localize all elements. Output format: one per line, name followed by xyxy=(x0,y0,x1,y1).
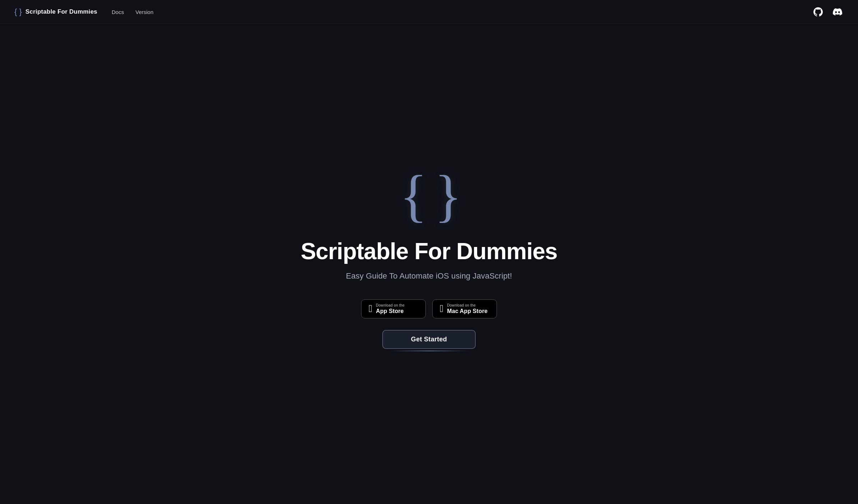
mac-store-small-text: Download on the xyxy=(447,303,476,308)
app-store-small-text: Download on the xyxy=(376,303,405,308)
bottom-line-decoration xyxy=(389,350,469,351)
nav-link-docs[interactable]: Docs xyxy=(112,9,124,15)
mac-store-text: Download on the Mac App Store xyxy=(447,303,488,314)
apple-icon:  xyxy=(369,304,372,314)
nav-links: Docs Version xyxy=(112,9,812,15)
discord-icon xyxy=(833,7,842,17)
nav-logo-link[interactable]: { } Scriptable For Dummies xyxy=(14,8,97,16)
hero-title: Scriptable For Dummies xyxy=(301,239,557,264)
nav-logo-icon: { } xyxy=(14,8,22,16)
hero-section: { } Scriptable For Dummies Easy Guide To… xyxy=(0,0,858,504)
curly-braces-icon: { } xyxy=(400,167,458,224)
github-icon xyxy=(813,7,823,17)
mac-store-button[interactable]:  Download on the Mac App Store xyxy=(432,299,497,318)
navbar: { } Scriptable For Dummies Docs Version xyxy=(0,0,858,24)
nav-icon-group xyxy=(812,6,844,18)
nav-link-version[interactable]: Version xyxy=(135,9,153,15)
app-store-text: Download on the App Store xyxy=(376,303,405,314)
apple-mac-icon:  xyxy=(440,304,443,314)
github-button[interactable] xyxy=(812,6,824,18)
mac-store-large-text: Mac App Store xyxy=(447,308,488,314)
hero-logo: { } xyxy=(400,167,458,224)
discord-button[interactable] xyxy=(831,6,844,18)
app-store-large-text: App Store xyxy=(376,308,403,314)
get-started-group: Get Started xyxy=(382,330,476,351)
nav-brand-label: Scriptable For Dummies xyxy=(26,8,97,15)
hero-subtitle: Easy Guide To Automate iOS using JavaScr… xyxy=(346,271,512,281)
store-buttons:  Download on the App Store  Download o… xyxy=(361,299,497,318)
app-store-button[interactable]:  Download on the App Store xyxy=(361,299,426,318)
get-started-button[interactable]: Get Started xyxy=(382,330,476,349)
